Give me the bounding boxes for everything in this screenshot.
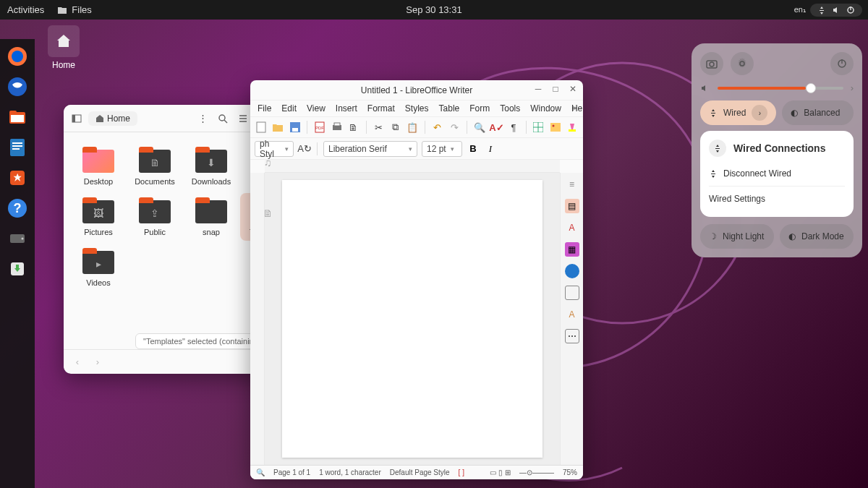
kebab-menu-icon[interactable]: ⋮ bbox=[194, 110, 211, 127]
system-tray[interactable] bbox=[810, 4, 862, 17]
dock-files[interactable] bbox=[4, 104, 30, 130]
undo-icon[interactable]: ↶ bbox=[431, 121, 443, 134]
formatting-marks-icon[interactable]: ¶ bbox=[507, 121, 519, 134]
minimize-button[interactable]: ─ bbox=[532, 83, 544, 95]
save-icon[interactable] bbox=[289, 121, 301, 134]
paragraph-style-combo[interactable]: ph Styl▾ bbox=[255, 141, 294, 157]
status-page[interactable]: Page 1 of 1 bbox=[273, 468, 310, 476]
sidebar-navigator-icon[interactable] bbox=[565, 264, 579, 278]
menu-table[interactable]: Table bbox=[439, 103, 460, 114]
insert-image-icon[interactable] bbox=[549, 121, 561, 134]
power-mode-toggle[interactable]: ◐ Balanced bbox=[782, 100, 854, 125]
print-icon[interactable] bbox=[331, 121, 343, 134]
dock-software[interactable] bbox=[4, 165, 30, 191]
export-pdf-icon[interactable]: PDF bbox=[313, 121, 326, 134]
menu-file[interactable]: File bbox=[258, 103, 271, 114]
sidebar-inspector-icon[interactable]: A bbox=[565, 307, 579, 322]
wired-toggle[interactable]: Wired › bbox=[700, 100, 776, 125]
settings-button[interactable] bbox=[731, 52, 754, 75]
volume-icon bbox=[700, 83, 710, 93]
menu-form[interactable]: Form bbox=[469, 103, 490, 114]
page[interactable] bbox=[282, 180, 542, 458]
chevron-right-icon[interactable]: › bbox=[752, 105, 767, 121]
cut-icon[interactable]: ✂ bbox=[373, 121, 385, 134]
appmenu-files[interactable]: Files bbox=[57, 4, 91, 15]
wired-settings-option[interactable]: Wired Settings bbox=[709, 189, 845, 208]
find-icon[interactable]: 🔍 bbox=[473, 121, 485, 134]
menu-format[interactable]: Format bbox=[367, 103, 395, 114]
volume-expand-icon[interactable]: › bbox=[851, 82, 854, 93]
input-source-indicator[interactable]: en₁ bbox=[794, 5, 806, 14]
clock[interactable]: Sep 30 13:31 bbox=[406, 4, 461, 15]
status-zoom[interactable]: 75% bbox=[563, 468, 577, 476]
menu-styles[interactable]: Styles bbox=[405, 103, 429, 114]
path-bar[interactable]: Home bbox=[88, 111, 137, 126]
paste-icon[interactable]: 📋 bbox=[407, 121, 419, 134]
redo-icon[interactable]: ↷ bbox=[448, 121, 460, 134]
find-toolbar-icon[interactable]: 🔍 bbox=[256, 468, 265, 476]
folder-public[interactable]: ⇪Public bbox=[127, 193, 182, 241]
open-icon[interactable] bbox=[271, 121, 284, 134]
folder-downloads[interactable]: ⬇Downloads bbox=[184, 142, 239, 190]
nav-forward-icon[interactable]: › bbox=[90, 354, 106, 370]
screenshot-button[interactable] bbox=[700, 52, 723, 75]
svg-rect-38 bbox=[841, 59, 842, 64]
status-language[interactable]: [ ] bbox=[459, 468, 464, 476]
close-button[interactable]: ✕ bbox=[567, 83, 579, 95]
font-size-combo[interactable]: 12 pt▾ bbox=[422, 141, 462, 157]
dock-trash[interactable] bbox=[4, 256, 30, 282]
volume-slider[interactable] bbox=[718, 87, 843, 90]
dock-help[interactable]: ? bbox=[4, 195, 30, 221]
writer-titlebar[interactable]: Untitled 1 - LibreOffice Writer ─ □ ✕ bbox=[250, 80, 583, 100]
insert-table-icon[interactable] bbox=[532, 121, 545, 134]
folder-desktop[interactable]: Desktop bbox=[71, 142, 126, 190]
dock-disk-1[interactable] bbox=[4, 226, 30, 252]
menubar-close-doc-icon[interactable]: ✕ bbox=[571, 103, 579, 114]
update-style-icon[interactable]: A↻ bbox=[298, 142, 311, 155]
sidebar-page-icon[interactable] bbox=[565, 286, 579, 300]
nav-back-icon[interactable]: ‹ bbox=[69, 354, 85, 370]
new-doc-icon[interactable] bbox=[255, 121, 267, 134]
status-pagestyle[interactable]: Default Page Style bbox=[390, 468, 450, 476]
sidebar-menu-icon[interactable]: ≡ bbox=[565, 177, 579, 192]
italic-button[interactable]: I bbox=[484, 142, 497, 155]
document-area[interactable] bbox=[265, 173, 560, 465]
spellcheck-icon[interactable]: A✓ bbox=[490, 121, 503, 134]
highlight-icon[interactable] bbox=[566, 121, 579, 134]
hamburger-menu-icon[interactable] bbox=[234, 110, 252, 127]
search-icon[interactable] bbox=[214, 110, 231, 127]
folder-snap[interactable]: snap bbox=[184, 193, 239, 241]
dock-firefox[interactable] bbox=[4, 43, 30, 69]
maximize-button[interactable]: □ bbox=[550, 83, 561, 95]
sidebar-styles-icon[interactable]: A bbox=[565, 221, 579, 235]
dock-writer[interactable] bbox=[4, 134, 30, 160]
activities-button[interactable]: Activities bbox=[7, 4, 44, 15]
menu-view[interactable]: View bbox=[307, 103, 326, 114]
sidebar-toggle-icon[interactable] bbox=[68, 110, 85, 127]
sidebar-gallery-icon[interactable]: ▦ bbox=[565, 242, 579, 257]
font-name-combo[interactable]: Liberation Serif▾ bbox=[323, 141, 417, 157]
dark-mode-toggle[interactable]: ◐ Dark Mode bbox=[780, 224, 854, 249]
night-light-toggle[interactable]: ☽ Night Light bbox=[700, 224, 774, 249]
svg-rect-25 bbox=[292, 128, 298, 132]
bold-button[interactable]: B bbox=[467, 142, 480, 155]
sidebar-manage-icon[interactable]: ⋯ bbox=[565, 329, 579, 343]
folder-documents[interactable]: 🗎Documents bbox=[127, 142, 182, 190]
disconnect-wired-option[interactable]: Disconnect Wired bbox=[709, 164, 845, 183]
copy-icon[interactable]: ⧉ bbox=[389, 121, 401, 134]
desktop-icon-home[interactable]: Home bbox=[42, 25, 85, 70]
status-wordcount[interactable]: 1 word, 1 character bbox=[319, 468, 381, 476]
power-menu-button[interactable] bbox=[830, 52, 854, 75]
horizontal-ruler[interactable] bbox=[265, 160, 560, 173]
dock-thunderbird[interactable] bbox=[4, 74, 30, 100]
menu-window[interactable]: Window bbox=[530, 103, 561, 114]
menu-insert[interactable]: Insert bbox=[336, 103, 357, 114]
zoom-slider[interactable]: —⊙——— bbox=[519, 468, 554, 476]
menu-tools[interactable]: Tools bbox=[500, 103, 520, 114]
status-view-icons[interactable]: ▭ ▯ ⊞ bbox=[490, 468, 511, 476]
menu-edit[interactable]: Edit bbox=[281, 103, 297, 114]
folder-videos[interactable]: ▸Videos bbox=[71, 244, 126, 291]
print-preview-icon[interactable]: 🗎 bbox=[347, 121, 359, 134]
folder-pictures[interactable]: 🖼Pictures bbox=[71, 193, 126, 241]
sidebar-properties-icon[interactable]: ▤ bbox=[565, 199, 579, 213]
